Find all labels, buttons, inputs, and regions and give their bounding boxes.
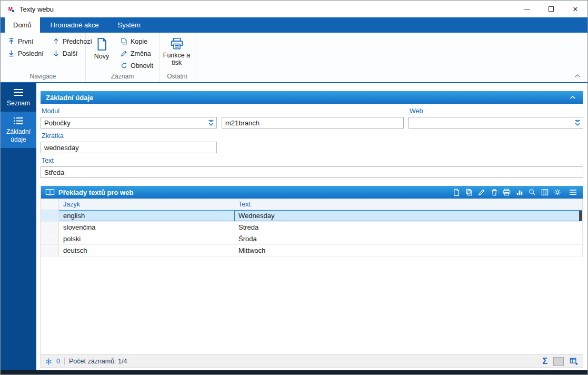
modul-input[interactable] [41,117,217,129]
table-cell-jazyk[interactable]: polski [59,233,234,244]
minimize-button[interactable] [515,1,539,17]
modul-combobox[interactable] [41,117,217,129]
column-header-text[interactable]: Text [234,199,583,210]
button-label: Obnovit [131,62,153,70]
window-bottom-edge [1,370,587,374]
app-icon: M [6,5,15,13]
text-input[interactable] [41,166,583,178]
row-selector-cell[interactable] [41,222,59,233]
close-button[interactable]: ✕ [563,1,587,17]
row-selector-cell[interactable] [41,210,59,221]
dropdown-icon[interactable] [206,119,216,127]
web-combobox[interactable] [408,117,583,129]
new-record-button[interactable]: Nový [90,35,113,60]
section-title: Základní údaje [46,94,93,102]
pencil-icon [120,50,128,57]
select-all-cell[interactable] [41,199,59,210]
copy-icon [120,37,128,45]
list-icon [13,117,24,125]
maximize-button[interactable] [539,1,563,17]
zkratka-input[interactable] [41,142,217,153]
table-refresh-button[interactable] [570,357,579,366]
translations-grid-panel: Překlady textů pro web [41,186,583,368]
group-label-zaznam: Záznam [86,73,159,82]
table-cell-jazyk[interactable]: deutsch [59,245,234,256]
button-label: Poslední [18,50,44,57]
sidebar-item-seznam[interactable]: Seznam [1,83,36,112]
refresh-button[interactable]: Obnovit [117,60,156,72]
copy-record-button[interactable]: Kopie [117,35,156,47]
tab-hromadne-akce[interactable]: Hromadné akce [42,17,107,33]
text-label: Text [42,157,583,165]
section-collapse-button[interactable] [567,93,578,102]
window-controls: ✕ [515,1,587,17]
table-row[interactable]: deutsch Mittwoch [41,245,583,256]
printer-icon [170,37,184,50]
button-label: Funkce a tisk [162,52,192,67]
sidebar: Seznam Základní údaje [1,83,36,370]
edit-row-button[interactable] [476,187,487,198]
table-row[interactable]: slovenčina Streda [41,222,583,233]
sidebar-item-label: Seznam [7,100,30,107]
status-bar: 0 Počet záznamů: 1/4 Σ [41,354,583,368]
last-record-button[interactable]: Poslední [5,47,46,60]
app-icon-dot [12,10,14,12]
book-icon [45,189,55,196]
settings-button[interactable] [552,187,563,198]
hamburger-icon [13,88,24,96]
ribbon-tab-bar: Domů Hromadné akce Systém [1,17,587,33]
table-cell-text[interactable]: Streda [234,222,583,233]
dropdown-icon[interactable] [573,119,582,127]
gray-button[interactable] [553,357,564,366]
spacer [223,107,404,115]
delete-row-button[interactable] [489,187,500,198]
search-button[interactable] [526,187,537,198]
arrow-down-to-bar-icon [7,50,15,57]
copy-row-button[interactable] [463,187,474,198]
table-cell-jazyk[interactable]: english [59,210,234,221]
table-cell-jazyk[interactable]: slovenčina [59,222,234,233]
ribbon-collapse-button[interactable] [573,72,582,80]
tab-system[interactable]: Systém [109,17,148,33]
code-input[interactable] [222,117,404,129]
first-record-button[interactable]: První [5,35,46,47]
columns-button[interactable] [539,187,550,198]
new-document-icon [95,37,108,51]
form-area: Modul Web [41,104,583,186]
arrow-up-to-bar-icon [7,37,15,45]
ribbon-group-ostatni: Funkce a tisk Ostatní [160,33,195,82]
sum-button[interactable]: Σ [542,357,547,366]
focus-cell-marker [579,211,582,221]
table-cell-text[interactable]: Mittwoch [234,245,583,256]
edit-record-button[interactable]: Změna [117,47,156,60]
web-input[interactable] [408,117,583,129]
ribbon: První Poslední Předchozí [1,33,587,83]
tab-domu[interactable]: Domů [5,17,40,33]
separator [64,358,65,365]
table-cell-text[interactable]: Środa [234,233,583,244]
zkratka-label: Zkratka [42,132,583,140]
table-row[interactable]: polski Środa [41,233,583,245]
functions-print-button[interactable]: Funkce a tisk [162,35,192,67]
sidebar-item-zakladni-udaje[interactable]: Základní údaje [1,112,36,148]
ribbon-group-zaznam: Nový Kopie Změna [86,33,160,82]
row-selector-cell[interactable] [41,233,59,244]
arrow-up-icon [52,37,60,45]
button-label: Další [63,50,77,57]
new-row-button[interactable] [451,187,462,198]
web-label: Web [410,107,583,115]
row-selector-cell[interactable] [41,245,59,256]
refresh-icon [120,62,128,70]
section-header-zakladni-udaje: Základní údaje [41,91,583,104]
print-button[interactable] [501,187,512,198]
menu-button[interactable] [567,187,579,198]
table-row[interactable]: english Wednesday [41,210,583,222]
column-header-jazyk[interactable]: Jazyk [59,199,234,210]
table-cell-text[interactable]: Wednesday [234,210,583,221]
button-label: Změna [131,50,151,57]
chart-button[interactable] [514,187,525,198]
record-count-label: Počet záznamů: 1/4 [69,358,127,365]
sidebar-item-label: Základní údaje [2,128,35,143]
button-label: Nový [94,53,109,60]
main-content: Základní údaje Modul Web [36,83,587,370]
